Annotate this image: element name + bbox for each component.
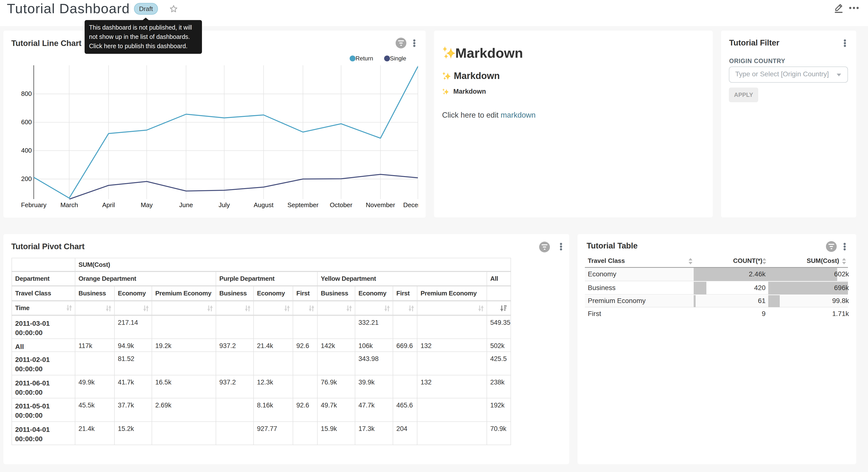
svg-text:April: April bbox=[102, 201, 115, 209]
svg-text:600: 600 bbox=[21, 118, 32, 126]
svg-text:June: June bbox=[179, 201, 193, 209]
svg-text:200: 200 bbox=[21, 175, 32, 182]
svg-text:400: 400 bbox=[21, 147, 32, 154]
svg-text:November: November bbox=[366, 201, 395, 209]
svg-text:September: September bbox=[287, 201, 319, 209]
svg-text:May: May bbox=[141, 201, 153, 209]
svg-text:October: October bbox=[330, 201, 352, 209]
svg-text:August: August bbox=[254, 201, 274, 209]
svg-text:December: December bbox=[403, 201, 418, 209]
svg-text:July: July bbox=[219, 201, 230, 209]
svg-text:March: March bbox=[60, 201, 78, 209]
svg-text:800: 800 bbox=[21, 90, 32, 97]
svg-text:February: February bbox=[21, 201, 46, 209]
